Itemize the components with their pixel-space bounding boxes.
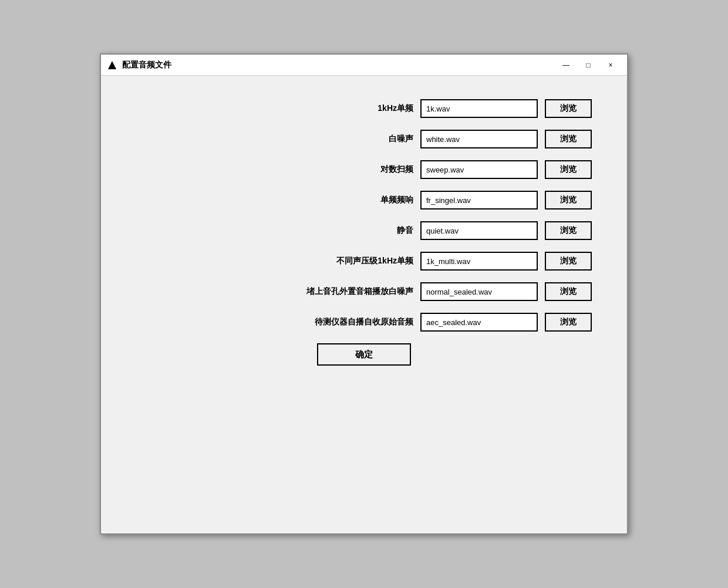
input-quiet[interactable] bbox=[420, 221, 538, 240]
maximize-button[interactable]: □ bbox=[578, 58, 599, 72]
browse-btn-white-noise[interactable]: 浏览 bbox=[545, 130, 592, 148]
label-1khz: 1kHz单频 bbox=[296, 103, 413, 114]
form-row-aec-sealed: 待测仪器自播自收原始音频 浏览 bbox=[136, 313, 592, 332]
form-row-1khz-multi: 不同声压级1kHz单频 浏览 bbox=[136, 252, 592, 271]
confirm-row: 确定 bbox=[317, 343, 411, 366]
browse-btn-normal-sealed[interactable]: 浏览 bbox=[545, 282, 592, 301]
confirm-button[interactable]: 确定 bbox=[317, 343, 411, 366]
label-quiet: 静音 bbox=[296, 225, 413, 236]
input-sweep[interactable] bbox=[420, 160, 538, 179]
input-aec-sealed[interactable] bbox=[420, 313, 538, 332]
label-normal-sealed: 堵上音孔外置音箱播放白噪声 bbox=[296, 286, 413, 297]
label-1khz-multi: 不同声压级1kHz单频 bbox=[296, 256, 413, 266]
title-bar: 配置音频文件 — □ × bbox=[101, 55, 627, 76]
browse-btn-fr-single[interactable]: 浏览 bbox=[545, 191, 592, 209]
browse-btn-sweep[interactable]: 浏览 bbox=[545, 160, 592, 179]
label-sweep: 对数扫频 bbox=[296, 164, 413, 175]
form-row-quiet: 静音 浏览 bbox=[136, 221, 592, 240]
input-fr-single[interactable] bbox=[420, 191, 538, 209]
input-1khz-multi[interactable] bbox=[420, 252, 538, 271]
form-row-sweep: 对数扫频 浏览 bbox=[136, 160, 592, 179]
svg-marker-0 bbox=[108, 61, 116, 69]
close-button[interactable]: × bbox=[600, 58, 621, 72]
input-1khz[interactable] bbox=[420, 99, 538, 118]
minimize-button[interactable]: — bbox=[555, 58, 577, 72]
form-container: 1kHz单频 浏览 白噪声 浏览 对数扫频 浏览 单频频响 浏览 bbox=[136, 99, 592, 332]
window-controls: — □ × bbox=[555, 58, 621, 72]
form-row-white-noise: 白噪声 浏览 bbox=[136, 130, 592, 148]
app-icon bbox=[107, 60, 117, 70]
window-title: 配置音频文件 bbox=[122, 60, 555, 70]
input-normal-sealed[interactable] bbox=[420, 282, 538, 301]
form-row-fr-single: 单频频响 浏览 bbox=[136, 191, 592, 209]
label-white-noise: 白噪声 bbox=[296, 134, 413, 144]
label-fr-single: 单频频响 bbox=[296, 195, 413, 205]
form-row-normal-sealed: 堵上音孔外置音箱播放白噪声 浏览 bbox=[136, 282, 592, 301]
form-row-1khz: 1kHz单频 浏览 bbox=[136, 99, 592, 118]
main-window: 配置音频文件 — □ × 1kHz单频 浏览 白噪声 浏览 对数扫频 bbox=[100, 53, 628, 535]
browse-btn-1khz[interactable]: 浏览 bbox=[545, 99, 592, 118]
content-area: 1kHz单频 浏览 白噪声 浏览 对数扫频 浏览 单频频响 浏览 bbox=[101, 76, 627, 533]
browse-btn-aec-sealed[interactable]: 浏览 bbox=[545, 313, 592, 332]
browse-btn-1khz-multi[interactable]: 浏览 bbox=[545, 252, 592, 271]
label-aec-sealed: 待测仪器自播自收原始音频 bbox=[296, 317, 413, 327]
input-white-noise[interactable] bbox=[420, 130, 538, 148]
browse-btn-quiet[interactable]: 浏览 bbox=[545, 221, 592, 240]
